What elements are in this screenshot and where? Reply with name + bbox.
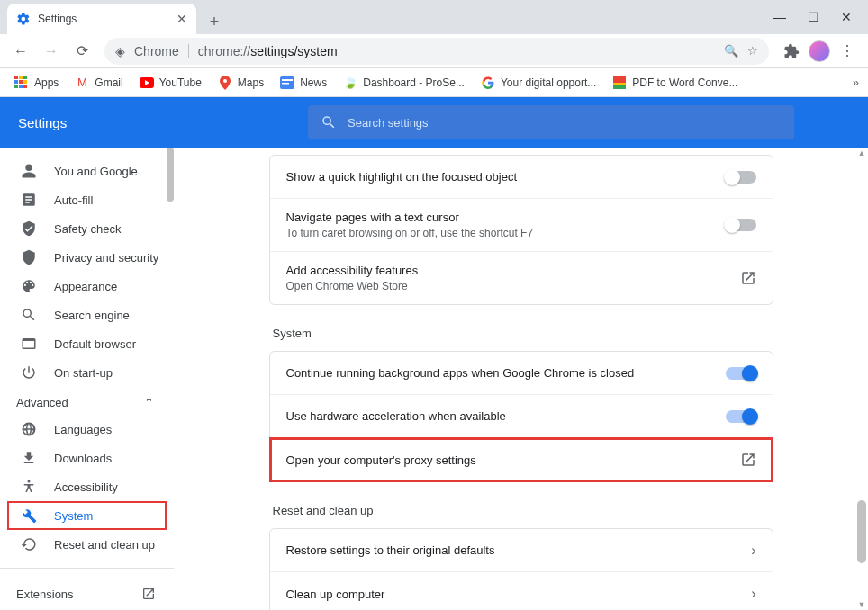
nav-reset[interactable]: Reset and clean up xyxy=(0,530,174,559)
sidebar: You and Google Auto-fill Safety check Pr… xyxy=(0,148,174,610)
url-text: chrome://settings/system xyxy=(198,44,338,58)
row-add-accessibility[interactable]: Add accessibility featuresOpen Chrome We… xyxy=(270,252,773,304)
row-restore-defaults[interactable]: Restore settings to their original defau… xyxy=(270,529,773,572)
bookmark-gmail[interactable]: MGmail xyxy=(69,73,128,93)
address-bar[interactable]: ◈ Chrome chrome://settings/system 🔍 ☆ xyxy=(104,38,769,65)
toggle-hardware-accel[interactable] xyxy=(726,410,756,423)
apps-icon xyxy=(14,76,29,90)
sidebar-scrollbar[interactable] xyxy=(167,148,174,202)
tab-strip: Settings ✕ + — ☐ ✕ xyxy=(0,0,868,34)
row-quick-highlight[interactable]: Show a quick highlight on the focused ob… xyxy=(270,156,773,199)
maximize-icon[interactable]: ☐ xyxy=(808,10,819,24)
row-hardware-accel[interactable]: Use hardware acceleration when available xyxy=(270,395,773,438)
settings-brand: Settings xyxy=(0,115,234,130)
svg-point-1 xyxy=(223,79,227,83)
nav-extensions[interactable]: Extensions xyxy=(0,578,174,606)
maps-icon xyxy=(218,76,232,90)
gear-icon xyxy=(16,12,31,26)
main-panel: Show a quick highlight on the focused ob… xyxy=(174,148,868,610)
tab-close-icon[interactable]: ✕ xyxy=(176,12,187,26)
nav-autofill[interactable]: Auto-fill xyxy=(0,185,174,214)
power-icon xyxy=(20,364,38,381)
browser-icon xyxy=(20,336,38,352)
settings-search[interactable] xyxy=(308,105,794,139)
new-tab-button[interactable]: + xyxy=(202,9,227,34)
shield-icon xyxy=(20,249,38,265)
content-area: You and Google Auto-fill Safety check Pr… xyxy=(0,148,868,610)
main-scrollbar[interactable]: ▲ ▼ xyxy=(857,148,866,610)
window-controls: — ☐ ✕ xyxy=(773,0,868,34)
system-section-title: System xyxy=(273,327,773,340)
toolbar: ← → ⟳ ◈ Chrome chrome://settings/system … xyxy=(0,34,868,68)
download-icon xyxy=(20,450,38,466)
menu-button[interactable]: ⋮ xyxy=(834,38,861,65)
nav-default-browser[interactable]: Default browser xyxy=(0,329,174,358)
nav-privacy[interactable]: Privacy and security xyxy=(0,243,174,272)
scroll-up-icon[interactable]: ▲ xyxy=(857,148,866,158)
nav-advanced-toggle[interactable]: Advanced⌃ xyxy=(0,387,174,415)
news-icon xyxy=(280,76,294,90)
nav-search-engine[interactable]: Search engine xyxy=(0,301,174,329)
accessibility-card: Show a quick highlight on the focused ob… xyxy=(269,155,773,305)
bookmark-dashboard[interactable]: 🍃Dashboard - ProSe... xyxy=(338,73,470,93)
palette-icon xyxy=(20,278,38,294)
toggle-background-apps[interactable] xyxy=(726,367,756,380)
reload-button[interactable]: ⟳ xyxy=(68,38,95,65)
row-cleanup[interactable]: Clean up computer › xyxy=(270,572,773,610)
svg-rect-4 xyxy=(282,83,289,85)
bookmark-youtube[interactable]: YouTube xyxy=(134,73,207,93)
gmail-icon: M xyxy=(75,76,89,90)
open-external-icon xyxy=(141,587,156,601)
chevron-up-icon: ⌃ xyxy=(144,396,154,409)
scroll-down-icon[interactable]: ▼ xyxy=(857,599,866,610)
tab-title: Settings xyxy=(38,13,169,25)
nav-downloads[interactable]: Downloads xyxy=(0,444,174,472)
wrench-icon xyxy=(20,507,38,524)
chevron-right-icon: › xyxy=(751,586,755,602)
nav-about[interactable]: About Chrome xyxy=(0,606,174,610)
bookmark-news[interactable]: News xyxy=(275,73,332,93)
nav-appearance[interactable]: Appearance xyxy=(0,272,174,301)
site-info-icon[interactable]: ◈ xyxy=(115,44,125,58)
bookmark-apps[interactable]: Apps xyxy=(9,73,64,93)
toggle-quick-highlight[interactable] xyxy=(726,171,756,184)
star-icon[interactable]: ☆ xyxy=(747,44,758,58)
settings-search-input[interactable] xyxy=(348,116,782,130)
close-window-icon[interactable]: ✕ xyxy=(841,10,852,24)
bookmark-digital[interactable]: Your digital opport... xyxy=(475,73,601,93)
settings-header: Settings xyxy=(0,97,868,148)
search-icon xyxy=(321,114,337,130)
nav-you-and-google[interactable]: You and Google xyxy=(0,157,174,185)
minimize-icon[interactable]: — xyxy=(773,10,786,24)
bookmark-pdf[interactable]: PDF to Word Conve... xyxy=(607,73,743,93)
browser-tab[interactable]: Settings ✕ xyxy=(7,4,196,34)
forward-button[interactable]: → xyxy=(38,38,65,65)
row-proxy-settings[interactable]: Open your computer's proxy settings xyxy=(270,438,773,481)
nav-system[interactable]: System xyxy=(7,501,167,530)
zoom-icon[interactable]: 🔍 xyxy=(724,44,738,58)
shield-check-icon xyxy=(20,220,38,237)
toggle-caret-browsing[interactable] xyxy=(726,219,756,231)
back-button[interactable]: ← xyxy=(7,38,34,65)
extensions-button[interactable] xyxy=(778,38,805,65)
chevron-right-icon: › xyxy=(751,543,755,559)
restore-icon xyxy=(20,536,38,552)
nav-startup[interactable]: On start-up xyxy=(0,358,174,387)
person-icon xyxy=(20,163,38,179)
svg-rect-7 xyxy=(613,85,626,89)
accessibility-icon xyxy=(20,479,38,495)
profile-avatar[interactable] xyxy=(809,40,830,62)
google-icon xyxy=(481,76,495,90)
bookmark-maps[interactable]: Maps xyxy=(212,73,269,93)
svg-rect-3 xyxy=(282,79,293,81)
row-caret-browsing[interactable]: Navigate pages with a text cursorTo turn… xyxy=(270,199,773,252)
system-card: Continue running background apps when Go… xyxy=(269,351,773,482)
nav-safety-check[interactable]: Safety check xyxy=(0,214,174,243)
globe-icon xyxy=(20,421,38,437)
autofill-icon xyxy=(20,192,38,208)
nav-accessibility[interactable]: Accessibility xyxy=(0,472,174,501)
row-background-apps[interactable]: Continue running background apps when Go… xyxy=(270,352,773,395)
nav-languages[interactable]: Languages xyxy=(0,415,174,444)
leaf-icon: 🍃 xyxy=(343,76,357,90)
bookmarks-overflow-icon[interactable]: » xyxy=(853,76,859,89)
